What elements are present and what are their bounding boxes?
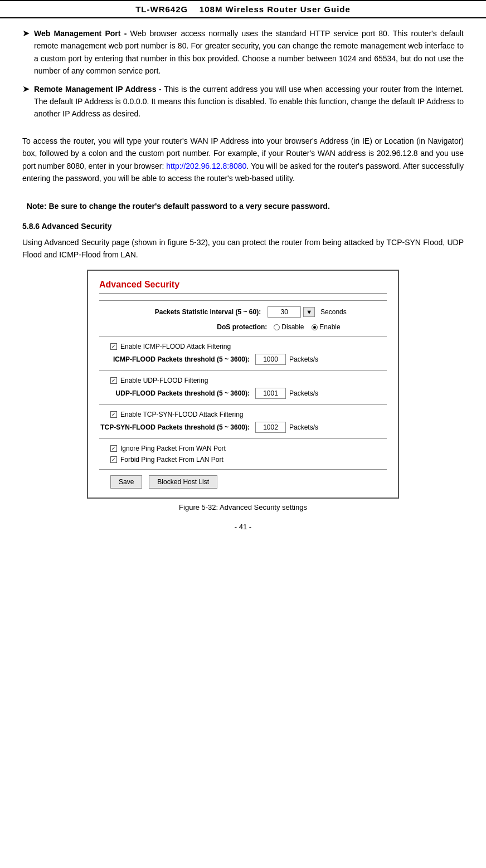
- packets-input[interactable]: [268, 306, 301, 318]
- tcp-checkbox-label: Enable TCP-SYN-FLOOD Attack Filtering: [120, 411, 244, 418]
- dos-label: DoS protection:: [145, 323, 274, 331]
- button-row: Save Blocked Host List: [99, 475, 387, 489]
- tcp-checkbox[interactable]: ✓: [110, 411, 117, 418]
- udp-checkbox-label: Enable UDP-FLOOD Filtering: [120, 377, 208, 384]
- dos-enable-radio[interactable]: [312, 324, 318, 330]
- bullet-label-2: Remote Management IP Address -: [34, 85, 162, 94]
- tcp-threshold-row: TCP-SYN-FLOOD Packets threshold (5 ~ 360…: [99, 422, 387, 433]
- dos-disable-radio[interactable]: [274, 324, 280, 330]
- section-title: 5.8.6 Advanced Security: [22, 222, 464, 231]
- bullet-arrow-2: ➤: [22, 83, 30, 120]
- icmp-threshold-label: ICMP-FLOOD Packets threshold (5 ~ 3600):: [99, 355, 255, 363]
- tcp-threshold-label: TCP-SYN-FLOOD Packets threshold (5 ~ 360…: [99, 423, 255, 431]
- access-paragraph: To access the router, you will type your…: [22, 135, 464, 185]
- figure-caption: Figure 5-32: Advanced Security settings: [179, 503, 307, 511]
- tcp-checkbox-row: ✓ Enable TCP-SYN-FLOOD Attack Filtering: [99, 411, 387, 418]
- bullet-text-2: Remote Management IP Address - This is t…: [34, 83, 464, 120]
- top-divider: [99, 300, 387, 301]
- udp-threshold-label: UDP-FLOOD Packets threshold (5 ~ 3600):: [99, 389, 255, 397]
- dos-disable-option: Disable: [274, 323, 304, 331]
- divider-4: [99, 438, 387, 439]
- divider-3: [99, 404, 387, 405]
- udp-threshold-row: UDP-FLOOD Packets threshold (5 ~ 3600): …: [99, 388, 387, 399]
- packets-input-group: ▼ Seconds: [268, 306, 347, 318]
- bullet-web-management: ➤ Web Management Port - Web browser acce…: [22, 27, 464, 77]
- header-model: TL-WR642G: [135, 4, 188, 14]
- bullet-label-1: Web Management Port -: [34, 29, 127, 38]
- icmp-checkbox-row: ✓ Enable ICMP-FLOOD Attack Filtering: [99, 343, 387, 350]
- dos-row: DoS protection: Disable Enable: [99, 323, 387, 331]
- packets-stat-row: Packets Statistic interval (5 ~ 60): ▼ S…: [99, 306, 387, 318]
- figure-container: Advanced Security Packets Statistic inte…: [22, 270, 464, 511]
- figure-title: Advanced Security: [99, 280, 387, 294]
- lan-ping-label: Forbid Ping Packet From LAN Port: [120, 456, 223, 464]
- bullet-remote-management: ➤ Remote Management IP Address - This is…: [22, 83, 464, 120]
- section-paragraph: Using Advanced Security page (shown in f…: [22, 236, 464, 261]
- divider-2: [99, 370, 387, 371]
- udp-checkbox-row: ✓ Enable UDP-FLOOD Filtering: [99, 377, 387, 384]
- bullet-arrow-1: ➤: [22, 27, 30, 77]
- blocked-host-list-button[interactable]: Blocked Host List: [149, 475, 217, 489]
- header-title: 108M Wireless Router User Guide: [200, 4, 351, 14]
- packets-unit: Seconds: [320, 308, 347, 316]
- udp-threshold-input[interactable]: [255, 388, 286, 399]
- icmp-checkbox[interactable]: ✓: [110, 343, 117, 350]
- dos-enable-label: Enable: [319, 323, 340, 331]
- save-button[interactable]: Save: [110, 475, 142, 489]
- divider-5: [99, 469, 387, 470]
- dos-enable-option: Enable: [312, 323, 340, 331]
- figure-box: Advanced Security Packets Statistic inte…: [87, 270, 399, 499]
- packets-label: Packets Statistic interval (5 ~ 60):: [139, 308, 268, 316]
- divider-1: [99, 337, 387, 337]
- lan-ping-checkbox[interactable]: ✓: [110, 456, 117, 463]
- page-number: - 41 -: [22, 523, 464, 531]
- wan-ping-label: Ignore Ping Packet From WAN Port: [120, 445, 226, 452]
- icmp-threshold-input[interactable]: [255, 354, 286, 365]
- icmp-threshold-row: ICMP-FLOOD Packets threshold (5 ~ 3600):…: [99, 354, 387, 365]
- tcp-unit: Packets/s: [289, 423, 318, 431]
- tcp-threshold-input[interactable]: [255, 422, 286, 433]
- note-paragraph: Note: Be sure to change the router's def…: [22, 200, 464, 212]
- udp-checkbox[interactable]: ✓: [110, 377, 117, 384]
- icmp-checkbox-label: Enable ICMP-FLOOD Attack Filtering: [120, 343, 231, 350]
- icmp-unit: Packets/s: [289, 355, 318, 363]
- packets-dropdown-arrow[interactable]: ▼: [303, 307, 315, 317]
- header: TL-WR642G 108M Wireless Router User Guid…: [0, 0, 486, 18]
- wan-ping-checkbox[interactable]: ✓: [110, 445, 117, 452]
- dos-radio-group: Disable Enable: [274, 323, 340, 331]
- udp-unit: Packets/s: [289, 389, 318, 397]
- dos-disable-label: Disable: [281, 323, 304, 331]
- bullet-text-1: Web Management Port - Web browser access…: [34, 27, 464, 77]
- wan-ping-checkbox-row: ✓ Ignore Ping Packet From WAN Port: [99, 445, 387, 452]
- lan-ping-checkbox-row: ✓ Forbid Ping Packet From LAN Port: [99, 456, 387, 464]
- example-link[interactable]: http://202.96.12.8:8080: [166, 162, 246, 170]
- note-text: Note: Be sure to change the router's def…: [27, 202, 330, 211]
